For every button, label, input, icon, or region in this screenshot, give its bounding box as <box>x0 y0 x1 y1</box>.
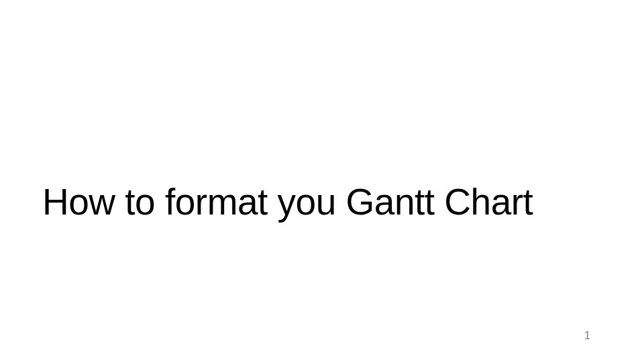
page-number: 1 <box>584 330 590 342</box>
slide-title: How to format you Gantt Chart <box>42 180 602 224</box>
